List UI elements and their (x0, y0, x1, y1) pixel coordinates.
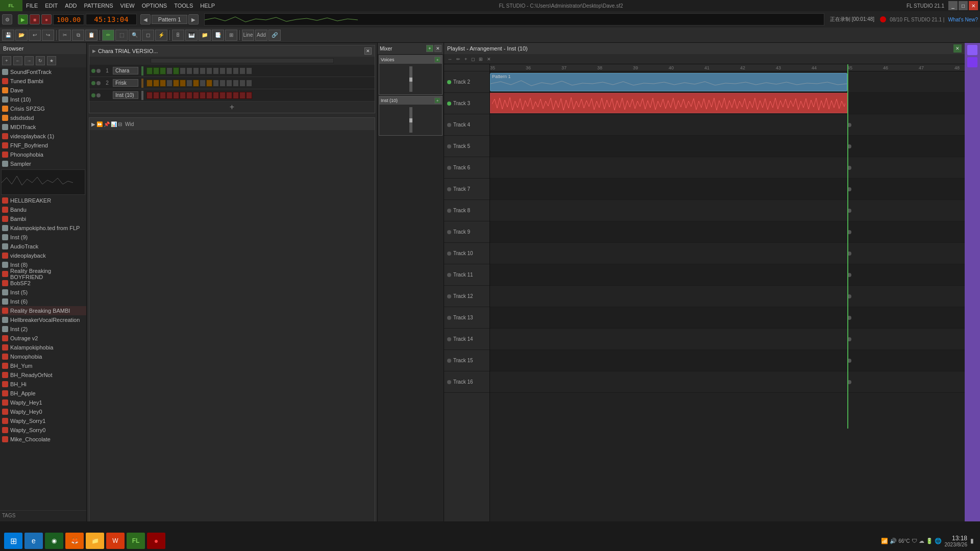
pad[interactable] (193, 80, 199, 87)
mixer-channel-inst10[interactable]: Inst (10) + (379, 96, 443, 136)
pad[interactable] (239, 80, 246, 87)
pad[interactable] (219, 92, 226, 99)
ch-mute-2[interactable] (96, 81, 101, 85)
voices-fader[interactable] (409, 66, 412, 92)
track-label-12[interactable]: Track 12 (444, 286, 489, 307)
list-item[interactable]: FNF_Boyfriend (0, 141, 86, 150)
taskbar-ie-btn[interactable]: e (24, 533, 43, 549)
list-item[interactable]: Inst (9) (0, 233, 86, 242)
timeline-track-2[interactable]: Pattern 1 (490, 71, 965, 93)
taskbar-firefox-btn[interactable]: 🦊 (65, 533, 84, 549)
list-item[interactable]: Tuned Bambi (0, 77, 86, 86)
pattern-display[interactable]: Pattern 1 (152, 15, 187, 24)
piano-tool-4[interactable]: 📊 (111, 121, 117, 127)
track-label-16[interactable]: Track 16 (444, 371, 489, 393)
list-item[interactable]: Kalampokipho.ted from FLP (0, 223, 86, 233)
channel-rack-close[interactable]: ✕ (364, 47, 372, 55)
ch-fader-2[interactable] (141, 79, 143, 88)
inst10-fader[interactable] (409, 107, 412, 133)
tool-draw[interactable]: ✏ (102, 30, 114, 41)
tool-redo[interactable]: ↪ (42, 30, 54, 41)
timeline-track-11[interactable] (490, 264, 965, 286)
track-label-11[interactable]: Track 11 (444, 264, 489, 286)
tool-erase[interactable]: ◻ (142, 30, 154, 41)
pad[interactable] (160, 67, 166, 74)
playlist-close[interactable]: ✕ (953, 44, 962, 53)
pad[interactable] (166, 67, 173, 74)
pad[interactable] (206, 92, 212, 99)
list-item[interactable]: Sampler (0, 159, 86, 168)
clip-pattern-1[interactable]: Pattern 1 (490, 73, 847, 91)
tool-open[interactable]: 📂 (15, 30, 28, 41)
menu-options[interactable]: OPTIONS (138, 2, 171, 10)
ch-power-2[interactable] (91, 81, 95, 85)
tool-playlist[interactable]: 📑 (212, 30, 224, 41)
tool-mixer[interactable]: 🎚 (172, 30, 184, 41)
timeline-track-16[interactable] (490, 371, 965, 393)
menu-tools[interactable]: TOOLS (170, 2, 197, 10)
menu-help[interactable]: HELP (197, 2, 218, 10)
tool-zoom[interactable]: 🔍 (129, 30, 141, 41)
systray-antivirus[interactable]: 🛡 (912, 538, 917, 544)
ch-power-3[interactable] (91, 93, 95, 97)
timeline-track-3[interactable]: ▶ Inst (10) (490, 93, 965, 114)
pad[interactable] (166, 80, 173, 87)
list-item[interactable]: Inst (2) (0, 324, 86, 334)
list-item[interactable]: BH_Hi (0, 380, 86, 389)
pad[interactable] (186, 80, 192, 87)
list-item[interactable]: Bandu (0, 205, 86, 214)
systray-battery[interactable]: 🔋 (926, 538, 933, 544)
start-btn[interactable]: ⊞ (4, 533, 22, 549)
browser-refresh-btn[interactable]: ↻ (36, 56, 45, 65)
list-item[interactable]: Nomophobia (0, 352, 86, 361)
timeline-track-5[interactable] (490, 136, 965, 157)
track-label-4[interactable]: Track 4 (444, 114, 489, 136)
mixer-close-btn[interactable]: ✕ (434, 45, 442, 52)
prev-pattern-btn[interactable]: ◀ (140, 14, 151, 24)
taskbar-browser-btn[interactable]: ◉ (45, 533, 63, 549)
timeline-track-15[interactable] (490, 350, 965, 371)
list-item[interactable]: BH_Apple (0, 389, 86, 398)
pl-tool-close[interactable]: ✕ (485, 57, 493, 62)
pad[interactable] (213, 92, 219, 99)
timeline-track-10[interactable] (490, 243, 965, 264)
pad[interactable] (180, 80, 186, 87)
list-item[interactable]: AudioTrack (0, 242, 86, 251)
list-item[interactable]: Kalampokiphobia (0, 343, 86, 352)
track-label-5[interactable]: Track 5 (444, 136, 489, 157)
taskbar-office-btn[interactable]: W (106, 533, 125, 549)
list-item[interactable]: Wapty_Hey1 (0, 398, 86, 407)
list-item[interactable]: videoplayback (0, 251, 86, 260)
ch-name-3[interactable]: Inst (10) (113, 91, 138, 99)
list-item[interactable]: Wapty_Sorry1 (0, 416, 86, 425)
list-item[interactable]: Wapty_Hey0 (0, 407, 86, 416)
tool-add[interactable]: Add (255, 30, 267, 41)
track-label-3[interactable]: Track 3 (444, 93, 489, 114)
pl-tool-zoom[interactable]: + (463, 57, 469, 62)
ch-mute-1[interactable] (96, 69, 101, 73)
pad[interactable] (239, 92, 246, 99)
timeline-track-7[interactable] (490, 179, 965, 200)
list-item[interactable]: Reality Breaking BAMBI (0, 306, 86, 315)
pad[interactable] (180, 92, 186, 99)
mixer-voices-add[interactable]: + (434, 57, 440, 63)
tempo-display[interactable]: 100.00 (53, 14, 84, 25)
browser-fav-btn[interactable]: ★ (47, 56, 56, 65)
piano-tool-2[interactable]: ⏩ (96, 121, 103, 127)
list-item[interactable]: Inst (10) (0, 95, 86, 104)
pad[interactable] (153, 92, 159, 99)
ch-name-1[interactable]: Chara (113, 67, 138, 74)
add-channel-btn[interactable]: + (230, 103, 234, 112)
track-label-2[interactable]: Track 2 (444, 71, 489, 93)
piano-tool-3[interactable]: 📌 (104, 121, 110, 127)
list-item[interactable]: Dave (0, 86, 86, 95)
track-label-7[interactable]: Track 7 (444, 179, 489, 200)
list-item[interactable]: Bambi (0, 214, 86, 223)
pad[interactable] (173, 67, 179, 74)
pad[interactable] (200, 67, 206, 74)
pl-tool-grid[interactable]: ⊞ (477, 57, 484, 62)
list-item[interactable]: videoplayback (1) (0, 132, 86, 141)
tool-undo[interactable]: ↩ (29, 30, 41, 41)
track-label-8[interactable]: Track 8 (444, 200, 489, 221)
ch-fader-3[interactable] (141, 91, 143, 100)
